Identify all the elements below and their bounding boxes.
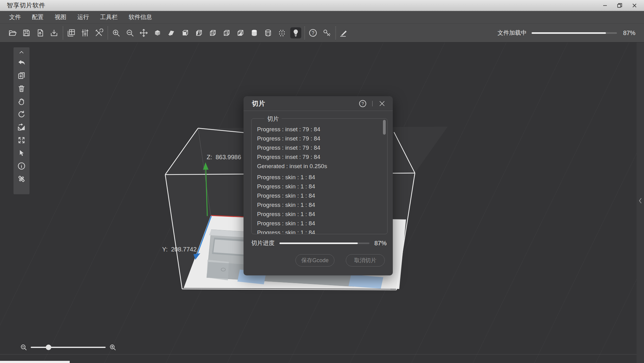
save-file-button[interactable] [21, 27, 32, 38]
log-line: Progress : skin : 1 : 84 [257, 200, 387, 210]
close-window-button[interactable] [630, 2, 638, 10]
zoom-slider[interactable] [31, 343, 106, 352]
load-model-button[interactable] [49, 27, 60, 38]
zoom-slider-track[interactable] [31, 347, 106, 348]
sliders-icon [81, 29, 89, 37]
view-cylinder-button[interactable] [249, 27, 260, 38]
slice-progressbar [279, 243, 369, 244]
lighting-button[interactable] [290, 27, 301, 38]
solid-cube-icon [153, 29, 162, 37]
menu-item-config[interactable]: 配置 [28, 11, 48, 23]
application-window: Z: 863.9986 Y: 208.7742 智享切片软件 文件 配置 视图 … [0, 0, 644, 363]
tools-button[interactable] [93, 27, 104, 38]
view-sheet-button[interactable] [166, 27, 177, 38]
wrench-screwdriver-icon [95, 29, 103, 37]
measure-button[interactable] [15, 172, 28, 185]
copy-grid-icon [67, 29, 76, 37]
menu-item-about[interactable]: 软件信息 [124, 11, 156, 23]
mirror-button[interactable] [15, 121, 28, 134]
log-line: Progress : skin : 1 : 84 [257, 210, 387, 219]
open-file-button[interactable] [7, 27, 18, 38]
mirror-flip-icon [17, 123, 26, 132]
collapse-panel-button[interactable] [15, 48, 28, 56]
log-line: Progress : inset : 79 : 84 [257, 134, 387, 143]
trash-icon [17, 84, 26, 93]
pan-button[interactable] [15, 95, 28, 108]
batch-clone-button[interactable] [66, 27, 77, 38]
toolbar-separator [63, 26, 63, 39]
zoom-slider-thumb[interactable] [46, 345, 51, 350]
menu-item-run[interactable]: 运行 [73, 11, 93, 23]
right-panel-strip [637, 42, 644, 363]
view-solid-button[interactable] [152, 27, 163, 38]
cube-half-section-icon [236, 29, 245, 37]
slice-log-list[interactable]: Progress : inset : 79 : 84 Progress : in… [252, 119, 387, 234]
minimize-button[interactable] [601, 2, 609, 10]
menu-item-file[interactable]: 文件 [5, 11, 25, 23]
log-line: Progress : skin : 1 : 84 [257, 219, 387, 228]
save-gcode-button[interactable]: 保存Gcode [295, 254, 334, 266]
select-button[interactable] [15, 147, 28, 160]
cancel-slice-button[interactable]: 取消切片 [346, 254, 385, 266]
view-cylinder-wireframe-button[interactable] [263, 27, 274, 38]
toolbar-separator [304, 26, 305, 39]
menu-item-toolbar[interactable]: 工具栏 [96, 11, 122, 23]
viewport-zoom-out-button[interactable] [19, 343, 28, 352]
maximize-button[interactable] [15, 134, 28, 147]
svg-text:?: ? [312, 30, 314, 36]
move-button[interactable] [138, 27, 149, 38]
toolbar-separator [335, 26, 336, 39]
title-bar: 智享切片软件 [0, 0, 644, 11]
zoom-in-icon [112, 29, 120, 37]
viewport-zoom-in-button[interactable] [108, 343, 117, 352]
slice-button[interactable] [338, 27, 349, 38]
rotate-ccw-icon [17, 110, 26, 119]
y-axis-value-label: Y: 208.7742 [162, 246, 197, 253]
dialog-help-button[interactable]: ? [358, 99, 367, 108]
expand-arrows-icon [18, 136, 25, 144]
slice-progress-label: 切片进度 [251, 239, 275, 247]
menu-item-view[interactable]: 视图 [50, 11, 71, 23]
zoom-in-button[interactable] [111, 27, 122, 38]
main-toolbar: ? 文件加载中 87% [0, 24, 644, 42]
lightbulb-icon [291, 29, 300, 37]
slice-progress-fill [279, 243, 358, 244]
undo-button[interactable] [15, 56, 28, 69]
cube-open-top-icon [222, 29, 231, 37]
help-button[interactable]: ? [307, 27, 318, 38]
rotate-button[interactable] [15, 108, 28, 121]
cube-wireframe-icon [209, 29, 217, 37]
svg-text:?: ? [361, 101, 364, 106]
viewport-zoom-control [19, 342, 117, 353]
slice-dialog-header[interactable]: 切片 ? [244, 96, 393, 111]
zoom-out-button[interactable] [124, 27, 135, 38]
key-icon [322, 29, 331, 37]
restore-button[interactable] [616, 2, 624, 10]
view-wireframe-button[interactable] [207, 27, 218, 38]
license-key-button[interactable] [321, 27, 332, 38]
duplicate-button[interactable] [15, 69, 28, 82]
slice-log-groupbox: 切片 Progress : inset : 79 : 84 Progress :… [251, 118, 388, 234]
chevron-up-icon [18, 49, 25, 56]
slice-dialog-title: 切片 [252, 99, 265, 108]
delete-button[interactable] [15, 82, 28, 95]
log-scrollbar-thumb[interactable] [383, 120, 386, 135]
dialog-header-icons: ? [358, 99, 387, 108]
file-loading-progress-fill [532, 32, 606, 34]
slice-progress-row: 切片进度 87% [251, 238, 387, 248]
cube-left-face-icon [195, 29, 203, 37]
parameter-tuning-button[interactable] [80, 27, 91, 38]
view-front-face-button[interactable] [180, 27, 191, 38]
view-point-cloud-button[interactable] [276, 27, 287, 38]
expand-right-panel-button[interactable] [637, 196, 643, 205]
info-button[interactable] [15, 160, 28, 172]
dialog-close-button[interactable] [377, 99, 387, 108]
dialog-header-divider [372, 101, 373, 106]
tray-download-icon [50, 29, 58, 37]
view-open-box-button[interactable] [221, 27, 232, 38]
view-half-section-button[interactable] [235, 27, 246, 38]
import-model-button[interactable] [35, 27, 46, 38]
view-left-face-button[interactable] [193, 27, 205, 38]
log-line: Progress : skin : 1 : 84 [257, 191, 387, 200]
slice-dialog: 切片 ? 切片 Progress : inset : 79 : 84 Progr… [244, 96, 393, 275]
